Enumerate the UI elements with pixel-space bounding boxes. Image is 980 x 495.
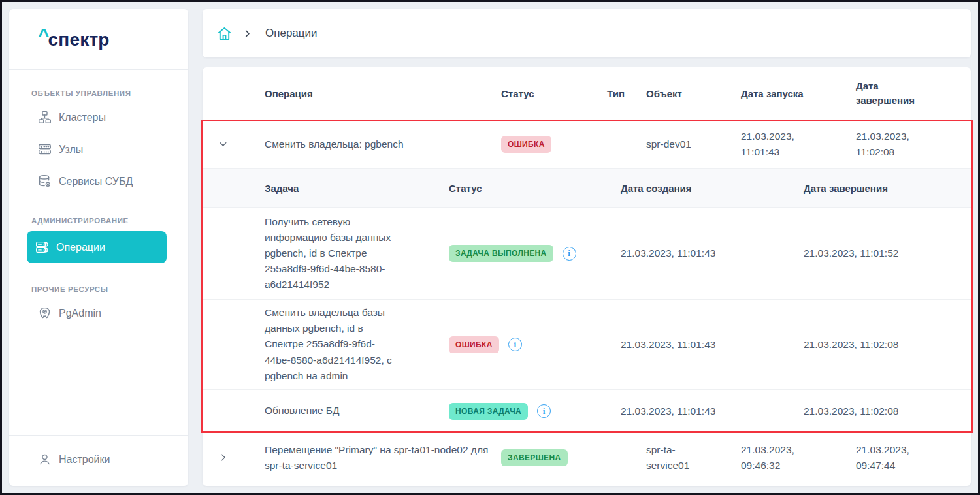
operations-icon [35, 240, 49, 254]
status-badge: ОШИБКА [501, 136, 551, 153]
date-start: 21.03.2023, 11:01:43 [741, 129, 804, 159]
sidebar-item-label: Узлы [59, 144, 83, 155]
column-header-operation: Операция [243, 88, 497, 99]
nodes-icon [38, 142, 52, 156]
operation-name: Сменить владельца: pgbench [265, 136, 404, 152]
sidebar: ^ спектр ОБЪЕКТЫ УПРАВЛЕНИЯ Кластеры Узл… [9, 9, 188, 486]
task-date-created: 21.03.2023, 11:01:43 [621, 248, 804, 259]
info-icon[interactable] [508, 338, 522, 351]
db-services-icon [38, 174, 52, 188]
brand-caret-icon: ^ [38, 29, 48, 42]
column-header-object: Объект [637, 88, 735, 99]
collapse-row-button[interactable] [203, 120, 243, 168]
sidebar-item-label: Настройки [59, 454, 110, 466]
status-badge: НОВАЯ ЗАДАЧА [449, 403, 528, 420]
task-date-finished: 21.03.2023, 11:01:52 [804, 248, 971, 259]
task-date-finished: 21.03.2023, 11:02:08 [804, 339, 971, 351]
subtable-row-task: Сменить владельца базы данных pgbench, i… [203, 299, 971, 389]
sidebar-item-label: Сервисы СУБД [59, 176, 133, 187]
divider [9, 69, 188, 70]
expand-row-button[interactable] [203, 432, 243, 483]
person-icon [38, 453, 52, 466]
sidebar-item-operations[interactable]: Операции [27, 231, 167, 263]
table-header-row: Операция Статус Тип Объект Дата запуска … [203, 67, 971, 120]
subtable-row-task: Получить сетевую информацию базы данных … [203, 208, 971, 299]
sidebar-footer: Настройки [9, 435, 188, 486]
column-header-date-start: Дата запуска [735, 88, 849, 99]
sidebar-item-clusters[interactable]: Кластеры [9, 101, 188, 133]
subtable-header-row: Задача Статус Дата создания Дата заверше… [203, 168, 971, 208]
home-icon[interactable] [217, 26, 232, 41]
sidebar-item-nodes[interactable]: Узлы [9, 133, 188, 165]
task-date-created: 21.03.2023, 11:01:43 [621, 339, 804, 351]
status-badge: ЗАДАЧА ВЫПОЛНЕНА [449, 245, 553, 262]
operations-table: Операция Статус Тип Объект Дата запуска … [203, 67, 971, 486]
subcolumn-header-status: Статус [449, 183, 621, 194]
table-row-operation[interactable]: Сменить владельца: pgbench ОШИБКА spr-de… [203, 120, 971, 168]
table-row-operation[interactable]: Перемещение "Primary" на spr-ta01-node02… [203, 432, 971, 483]
sidebar-section-other-resources: ПРОЧИЕ РЕСУРСЫ [9, 285, 188, 293]
sidebar-item-label: Операции [56, 242, 105, 253]
task-date-finished: 21.03.2023, 11:02:08 [804, 406, 971, 417]
sidebar-item-label: PgAdmin [59, 308, 101, 319]
sidebar-section-administration: АДМИНИСТРИРОВАНИЕ [9, 217, 188, 225]
subcolumn-header-date-finished: Дата завершения [804, 183, 971, 194]
breadcrumb: Операции [203, 9, 971, 57]
column-header-status: Статус [497, 88, 595, 99]
subcolumn-header-task: Задача [265, 183, 449, 194]
sidebar-section-management: ОБЪЕКТЫ УПРАВЛЕНИЯ [9, 89, 188, 97]
subcolumn-header-date-created: Дата создания [621, 183, 804, 194]
task-name: Получить сетевую информацию базы данных … [265, 214, 395, 293]
operation-name: Перемещение "Primary" на spr-ta01-node02… [265, 442, 493, 473]
pgadmin-icon [38, 306, 52, 320]
subtable-row-task: Обновление БД НОВАЯ ЗАДАЧА 21.03.2023, 1… [203, 389, 971, 432]
info-icon[interactable] [563, 247, 576, 261]
operation-object: spr-dev01 [646, 136, 691, 152]
sidebar-item-label: Кластеры [59, 112, 106, 123]
status-badge: ОШИБКА [449, 336, 499, 353]
status-badge: ЗАВЕРШЕНА [501, 449, 568, 466]
chevron-down-icon [218, 139, 228, 149]
brand-logo[interactable]: ^ спектр [9, 9, 188, 51]
chevron-right-icon [242, 29, 252, 39]
column-header-type: Тип [595, 88, 637, 99]
sidebar-item-settings[interactable]: Настройки [9, 436, 188, 486]
breadcrumb-current: Операции [265, 27, 318, 40]
task-name: Сменить владельца базы данных pgbench, i… [265, 305, 395, 383]
chevron-right-icon [218, 453, 228, 462]
column-header-date-end: Дата завершения [849, 79, 971, 108]
cluster-icon [38, 110, 52, 124]
sidebar-item-pgadmin[interactable]: PgAdmin [9, 297, 188, 329]
task-date-created: 21.03.2023, 11:01:43 [621, 406, 804, 417]
info-icon[interactable] [537, 404, 551, 418]
date-end: 21.03.2023, 09:47:44 [856, 442, 919, 473]
date-end: 21.03.2023, 11:02:08 [856, 129, 919, 159]
sidebar-item-db-services[interactable]: Сервисы СУБД [9, 165, 188, 197]
brand-name: спектр [48, 29, 110, 51]
operation-object: spr-ta-service01 [646, 442, 701, 473]
task-name: Обновление БД [265, 403, 339, 419]
date-start: 21.03.2023, 09:46:32 [741, 442, 804, 473]
